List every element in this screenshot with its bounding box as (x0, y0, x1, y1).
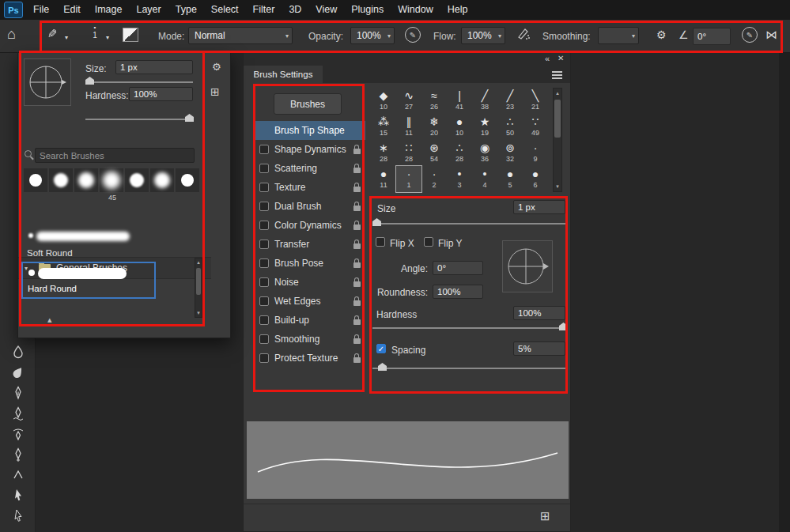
section-wet-edges[interactable]: Wet Edges (255, 292, 365, 311)
menu-edit[interactable]: Edit (56, 0, 88, 20)
brush-tip-28[interactable]: ∷28 (396, 140, 421, 166)
brush-tool-icon[interactable]: ✎ (47, 27, 58, 41)
preset-thumbnail[interactable] (125, 168, 149, 192)
menu-help[interactable]: Help (440, 0, 475, 20)
checkbox-wet-edges[interactable] (259, 296, 269, 306)
brush-tip-6[interactable]: ●6 (523, 166, 548, 192)
brush-tip-26[interactable]: ≈26 (421, 88, 447, 114)
brush-tip-49[interactable]: ∵49 (523, 114, 548, 140)
checkbox-scattering[interactable] (259, 164, 269, 173)
spacing-slider[interactable] (372, 368, 567, 369)
lock-icon[interactable] (353, 221, 361, 230)
preset-size-slider[interactable] (85, 81, 193, 83)
section-noise[interactable]: Noise (255, 273, 365, 292)
spacing-checkbox[interactable]: ✓ (376, 344, 386, 353)
menu-filter[interactable]: Filter (246, 0, 282, 20)
checkbox-brush-pose[interactable] (259, 258, 269, 268)
symmetry-icon[interactable]: ⋈ (765, 28, 777, 42)
scroll-up-icon[interactable]: ▴ (554, 89, 561, 97)
lock-icon[interactable] (353, 315, 361, 325)
new-brush-icon[interactable]: ⊞ (540, 509, 550, 523)
brush-tip-1[interactable]: ·1 (396, 166, 421, 192)
scrollbar-thumb[interactable] (196, 268, 201, 295)
brush-tip-50[interactable]: ∴50 (497, 114, 523, 140)
direct-selection-tool-icon[interactable] (9, 507, 28, 526)
preset-thumbnail[interactable] (49, 168, 73, 192)
brush-tip-20[interactable]: ❄20 (421, 114, 447, 140)
menu-window[interactable]: Window (391, 0, 440, 20)
brush-tip-9[interactable]: ·9 (523, 140, 548, 166)
menu-view[interactable]: View (308, 0, 344, 20)
gear-icon[interactable]: ⚙ (656, 28, 667, 41)
lock-icon[interactable] (353, 202, 361, 211)
preset-thumbnail[interactable] (150, 168, 174, 192)
brush-tip-19[interactable]: ★19 (472, 114, 497, 140)
lock-icon[interactable] (353, 296, 361, 306)
hardness-slider[interactable] (372, 327, 567, 329)
brush-tip-23[interactable]: ╱23 (497, 88, 523, 114)
section-transfer[interactable]: Transfer (255, 235, 365, 254)
toggle-brush-settings-panel-icon[interactable] (123, 28, 138, 42)
lock-icon[interactable] (353, 258, 361, 268)
preset-size-field[interactable]: 1 px (115, 60, 193, 74)
brush-tip-41[interactable]: |41 (447, 88, 472, 114)
brush-item-hard-round[interactable]: Hard Round (21, 262, 156, 299)
brush-tip-2[interactable]: ·2 (421, 166, 447, 192)
section-scattering[interactable]: Scattering (255, 159, 365, 178)
brush-preset-chevron-icon[interactable]: ▾ (106, 34, 109, 41)
smoothing-dropdown[interactable]: ▾ (598, 27, 639, 44)
section-brush-pose[interactable]: Brush Pose (255, 254, 365, 273)
brush-tip-5[interactable]: ●5 (497, 166, 523, 192)
menu-3d[interactable]: 3D (282, 0, 308, 20)
mode-dropdown[interactable]: Normal ▾ (188, 27, 293, 44)
brush-tip-38[interactable]: ╱38 (472, 88, 497, 114)
brushes-button[interactable]: Brushes (274, 93, 342, 115)
checkbox-transfer[interactable] (259, 240, 269, 249)
brush-tip-11[interactable]: ●11 (371, 166, 396, 192)
airbrush-icon[interactable] (516, 26, 531, 44)
convert-point-tool-icon[interactable] (9, 466, 28, 485)
flip-y-checkbox[interactable] (424, 237, 433, 247)
roundness-field[interactable]: 100% (433, 285, 483, 299)
section-dual-brush[interactable]: Dual Brush (255, 197, 365, 216)
blur-tool-icon[interactable] (9, 342, 28, 361)
preset-list-scrollbar[interactable]: ▴ ▾ (195, 258, 202, 318)
brush-tip-10[interactable]: ●10 (447, 114, 472, 140)
add-anchor-point-tool-icon[interactable] (9, 445, 28, 464)
scrollbar-thumb[interactable] (554, 100, 561, 138)
section-smoothing[interactable]: Smoothing (255, 330, 365, 349)
tab-brush-settings[interactable]: Brush Settings (244, 66, 323, 83)
spacing-slider-thumb[interactable] (378, 363, 387, 371)
section-build-up[interactable]: Build-up (255, 311, 365, 330)
pressure-opacity-icon[interactable]: ✎ (405, 27, 421, 43)
brush-tip-4[interactable]: •4 (472, 166, 497, 192)
section-shape-dynamics[interactable]: Shape Dynamics (255, 140, 365, 159)
brush-preset-picker[interactable]: • 1 (89, 25, 101, 40)
scroll-down-icon[interactable]: ▾ (195, 309, 202, 317)
section-protect-texture[interactable]: Protect Texture (255, 349, 365, 368)
section-brush-tip-shape[interactable]: Brush Tip Shape (255, 121, 365, 140)
freeform-pen-tool-icon[interactable] (9, 404, 28, 423)
preset-thumbnail[interactable] (74, 168, 98, 192)
brush-tip-32[interactable]: ⊚32 (497, 140, 523, 166)
checkbox-build-up[interactable] (259, 315, 269, 325)
tip-size-slider-thumb[interactable] (372, 218, 381, 226)
preset-thumbnail[interactable] (100, 168, 123, 192)
preset-hardness-field[interactable]: 100% (129, 87, 193, 101)
hardness-field[interactable]: 100% (513, 306, 565, 320)
brush-tip-15[interactable]: ⁂15 (371, 114, 396, 140)
lock-icon[interactable] (353, 277, 361, 287)
collapse-panel-icon[interactable]: « (545, 54, 550, 63)
angle-field[interactable]: 0° (433, 261, 483, 275)
checkbox-noise[interactable] (259, 277, 269, 287)
spacing-field[interactable]: 5% (513, 341, 565, 356)
close-panel-icon[interactable]: ✕ (558, 54, 564, 62)
preset-thumbnail[interactable] (24, 168, 47, 192)
menu-plugins[interactable]: Plugins (344, 0, 391, 20)
scroll-down-icon[interactable]: ▾ (554, 183, 561, 191)
brush-tip-11[interactable]: ∥11 (396, 114, 421, 140)
flow-dropdown[interactable]: 100% ▾ (461, 27, 505, 44)
brush-angle-field[interactable]: 0° (693, 28, 731, 45)
tip-size-field[interactable]: 1 px (513, 200, 565, 214)
lock-icon[interactable] (353, 164, 361, 173)
